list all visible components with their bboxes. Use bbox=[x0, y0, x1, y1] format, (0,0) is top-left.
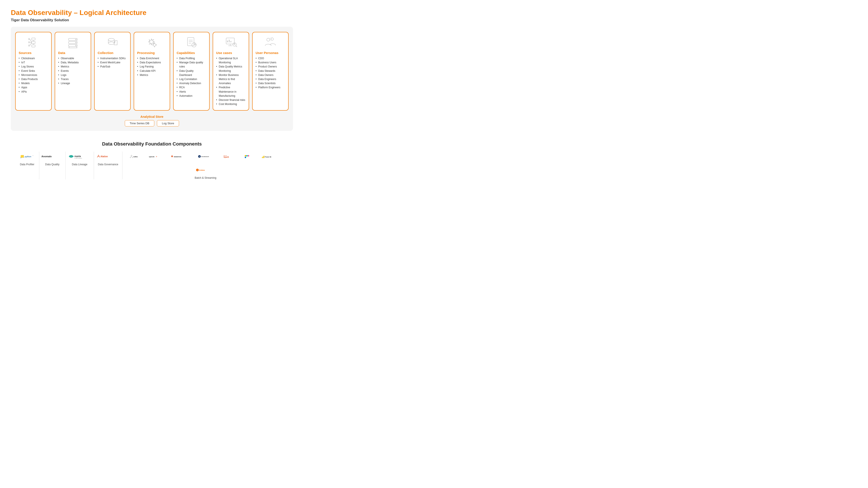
svg-point-7 bbox=[28, 45, 30, 46]
python-label: Data Profiler bbox=[20, 163, 34, 166]
card-collection: Collection Instrumentation SDKs Event Me… bbox=[94, 32, 131, 110]
svg-text:Power BI: Power BI bbox=[265, 156, 271, 158]
svg-line-18 bbox=[76, 46, 77, 48]
svg-line-8 bbox=[30, 39, 32, 42]
svg-line-55 bbox=[131, 156, 132, 157]
svg-point-15 bbox=[75, 42, 76, 43]
card-usecases-title: Use cases bbox=[216, 51, 246, 55]
card-data-list: Observable Data, Metadata Metrics Events… bbox=[58, 56, 79, 86]
svg-rect-69 bbox=[248, 155, 249, 156]
svg-text:python: python bbox=[25, 156, 31, 158]
card-capabilities-title: Capabilities bbox=[177, 51, 206, 55]
card-sources-list: Clickstream IoT Log Stores Event Sinks M… bbox=[19, 56, 38, 94]
alation-logo: Alation bbox=[96, 152, 120, 161]
svg-line-17 bbox=[69, 46, 69, 48]
card-capabilities: Capabilities Data Profiling Manage Data … bbox=[173, 32, 210, 110]
foundation-logos: python ™ Data Profiler Anomalo Data Qual… bbox=[18, 152, 286, 180]
svg-text:kafka: kafka bbox=[133, 156, 138, 158]
svg-text:Alation: Alation bbox=[100, 155, 108, 158]
foundation-title: Data Observability Foundation Components bbox=[18, 141, 286, 147]
cards-row: Sources Clickstream IoT Log Stores Event… bbox=[15, 32, 289, 110]
powerbi-logo: Power BI bbox=[262, 152, 281, 161]
svg-text:Spark: Spark bbox=[223, 156, 229, 158]
svg-rect-72 bbox=[263, 156, 264, 158]
logo-anomalo: Anomalo Data Quality bbox=[41, 152, 63, 166]
card-data-title: Data bbox=[58, 51, 88, 55]
card-processing: Processing Data Enrichment Data Expectat… bbox=[134, 32, 170, 110]
svg-point-24 bbox=[150, 40, 153, 43]
card-personas: User Personas CDO Business Users Product… bbox=[252, 32, 289, 110]
card-processing-list: Data Enrichment Data Expectations Log Pa… bbox=[137, 56, 161, 77]
svg-point-20 bbox=[108, 38, 114, 41]
svg-point-25 bbox=[153, 43, 156, 46]
svg-text:G: G bbox=[197, 169, 198, 171]
card-collection-list: Instrumentation SDKs Event Mesh/Lake Pub… bbox=[98, 56, 126, 69]
svg-text:™: ™ bbox=[32, 155, 33, 156]
svg-text:Grafana: Grafana bbox=[199, 169, 205, 171]
time-series-db-button[interactable]: Time Series DB bbox=[125, 120, 155, 126]
card-capabilities-list: Data Profiling Manage Data quality rules… bbox=[177, 56, 206, 98]
svg-rect-67 bbox=[245, 155, 246, 156]
main-title: Data Observability – Logical Architectur… bbox=[11, 9, 293, 17]
svg-marker-60 bbox=[171, 156, 173, 158]
svg-point-52 bbox=[130, 157, 131, 158]
anomalo-label: Data Quality bbox=[45, 163, 59, 166]
svg-point-6 bbox=[28, 42, 30, 43]
sources-icon bbox=[19, 36, 48, 49]
svg-point-14 bbox=[75, 39, 76, 40]
processing-icon bbox=[137, 36, 167, 49]
sub-title: Tiger Data Observability Solution bbox=[11, 18, 293, 22]
stonebranch-logo: S stonebranch bbox=[198, 152, 220, 161]
svg-line-10 bbox=[30, 43, 32, 45]
svg-rect-68 bbox=[246, 155, 248, 156]
svg-point-5 bbox=[28, 38, 30, 40]
svg-text:>: > bbox=[156, 156, 157, 158]
logo-manta: manta an IBM Company Data Lineage bbox=[68, 152, 92, 166]
svg-text:databricks: databricks bbox=[174, 156, 181, 158]
foundation-section: Data Observability Foundation Components… bbox=[11, 137, 293, 184]
analytical-store-buttons: Time Series DB Log Store bbox=[125, 120, 179, 126]
elk-logo bbox=[245, 152, 258, 161]
svg-text:manta: manta bbox=[74, 155, 81, 158]
databricks-logo: databricks bbox=[170, 152, 194, 161]
svg-rect-13 bbox=[69, 44, 77, 46]
usecases-icon bbox=[216, 36, 246, 49]
svg-point-16 bbox=[75, 45, 76, 46]
logo-alation: Alation Data Governance bbox=[96, 152, 120, 166]
svg-rect-73 bbox=[264, 156, 264, 158]
svg-text:Anomalo: Anomalo bbox=[41, 155, 52, 158]
svg-point-51 bbox=[131, 155, 132, 156]
batch-streaming-group: kafka splunk > databricks bbox=[125, 152, 286, 180]
svg-rect-1 bbox=[32, 38, 35, 40]
svg-text:an IBM Company: an IBM Company bbox=[74, 158, 82, 159]
batch-logos-row: kafka splunk > databricks bbox=[125, 152, 286, 174]
svg-rect-2 bbox=[32, 45, 35, 47]
card-sources: Sources Clickstream IoT Log Stores Event… bbox=[15, 32, 52, 110]
collection-icon bbox=[98, 36, 127, 49]
svg-text:splunk: splunk bbox=[149, 156, 155, 158]
card-personas-title: User Personas bbox=[256, 51, 285, 55]
log-store-button[interactable]: Log Store bbox=[157, 120, 179, 126]
analytical-store: Analytical Store Time Series DB Log Stor… bbox=[15, 115, 289, 126]
svg-text:S: S bbox=[199, 156, 200, 157]
anomalo-logo: Anomalo bbox=[41, 152, 63, 161]
svg-point-23 bbox=[108, 42, 114, 44]
analytical-store-label: Analytical Store bbox=[141, 115, 163, 119]
divider-1 bbox=[39, 152, 39, 180]
svg-rect-12 bbox=[69, 41, 77, 43]
svg-point-53 bbox=[132, 157, 133, 158]
svg-rect-70 bbox=[245, 157, 246, 158]
card-data: Data Observable Data, Metadata Metrics E… bbox=[55, 32, 91, 110]
svg-text:stonebranch: stonebranch bbox=[201, 156, 209, 157]
data-icon bbox=[58, 36, 88, 49]
grafana-logo: G Grafana bbox=[196, 165, 215, 174]
card-processing-title: Processing bbox=[137, 51, 167, 55]
card-sources-title: Sources bbox=[19, 51, 48, 55]
python-logo: python ™ bbox=[19, 152, 36, 161]
alation-label: Data Governance bbox=[98, 163, 118, 166]
logo-python: python ™ Data Profiler bbox=[18, 152, 37, 166]
splunk-logo: splunk > bbox=[149, 152, 166, 161]
manta-label: Data Lineage bbox=[72, 163, 87, 166]
spark-logo: APACHE Spark bbox=[223, 152, 241, 161]
svg-rect-0 bbox=[32, 41, 35, 43]
